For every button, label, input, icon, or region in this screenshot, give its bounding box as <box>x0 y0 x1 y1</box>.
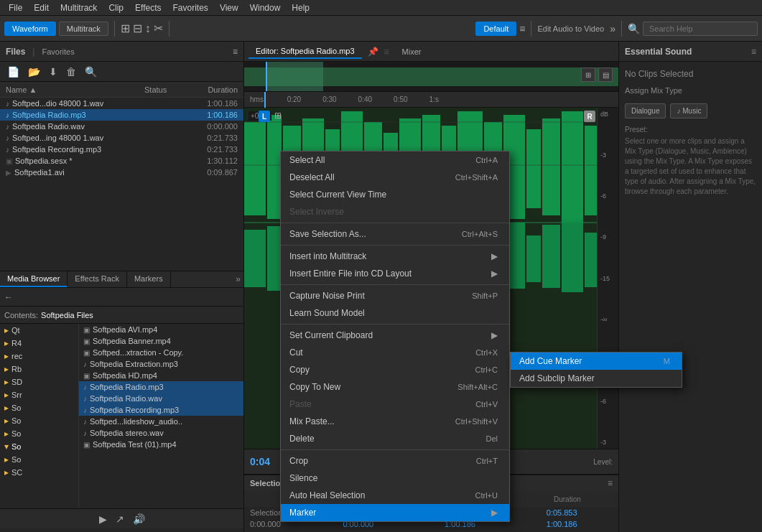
ctx-save-selection[interactable]: Save Selection As... Ctrl+Alt+S <box>281 225 509 243</box>
new-file-button[interactable]: 📄 <box>4 65 22 79</box>
ctx-insert-multitrack[interactable]: Insert into Multitrack ▶ <box>281 248 509 265</box>
zoom-in-icon[interactable]: ⊞ <box>121 22 130 35</box>
folder-item[interactable]: ▸So <box>0 401 78 414</box>
file-row[interactable]: ♪ Softpedia Recording.mp3 0:21.733 <box>0 144 243 155</box>
zoom-fit-button[interactable]: ⊞ <box>581 67 595 82</box>
menu-multitrack[interactable]: Multitrack <box>55 1 103 14</box>
select-tool-icon[interactable]: ↕ <box>145 22 151 35</box>
ctx-delete[interactable]: Delete Del <box>281 430 509 447</box>
ctx-cut-shortcut: Ctrl+X <box>475 348 498 357</box>
essential-menu-icon[interactable]: ≡ <box>751 47 756 57</box>
ctx-select-all[interactable]: Select All Ctrl+A <box>281 151 509 169</box>
media-browser-tab[interactable]: Media Browser <box>0 271 68 287</box>
sub-add-cue-marker[interactable]: Add Cue Marker M <box>511 353 682 370</box>
markers-tab[interactable]: Markers <box>127 271 171 287</box>
browser-back-button[interactable]: ← <box>4 292 13 302</box>
l-marker[interactable]: L <box>259 111 270 122</box>
ctx-crop[interactable]: Crop Ctrl+T <box>281 452 509 470</box>
ctx-silence[interactable]: Silence <box>281 470 509 487</box>
ctx-learn-sound[interactable]: Learn Sound Model <box>281 304 509 322</box>
edit-audio-expand-icon[interactable]: » <box>610 23 615 34</box>
r-marker[interactable]: R <box>584 111 595 122</box>
browser-file-item[interactable]: ♪Softped...lideshow_audio.. <box>79 416 243 427</box>
music-type-button[interactable]: ♪ Music <box>670 103 707 118</box>
folder-item[interactable]: ▸So <box>0 414 78 427</box>
ctx-copy-to-new[interactable]: Copy To New Shift+Alt+C <box>281 378 509 396</box>
mixer-tab[interactable]: Mixer <box>395 45 429 58</box>
browser-file-item[interactable]: ▣Softpedia Test (01).mp4 <box>79 439 243 450</box>
menu-help[interactable]: Help <box>286 1 315 14</box>
folder-item[interactable]: ▸SD <box>0 375 78 388</box>
browser-file-item[interactable]: ▣Softped...xtraction - Copy. <box>79 347 243 358</box>
menu-favorites[interactable]: Favorites <box>167 1 214 14</box>
search-files-button[interactable]: 🔍 <box>82 65 100 79</box>
ctx-mix-paste[interactable]: Mix Paste... Ctrl+Shift+V <box>281 413 509 430</box>
preset-menu-icon[interactable]: ≡ <box>519 23 525 34</box>
file-row[interactable]: ♪ Softpedia Radio.mp3 1:00.186 <box>0 109 243 121</box>
browser-file-item[interactable]: ♪Softpedia Radio.wav <box>79 393 243 404</box>
ctx-insert-cd[interactable]: Insert Entire File into CD Layout ▶ <box>281 265 509 282</box>
file-row[interactable]: ▣ Softpedia.sesx * 1:30.112 <box>0 155 243 167</box>
ctx-cut[interactable]: Cut Ctrl+X <box>281 344 509 361</box>
browser-play-button[interactable]: ▶ <box>99 513 107 525</box>
folder-item[interactable]: ▸So <box>0 427 78 440</box>
menu-file[interactable]: File <box>3 1 28 14</box>
ctx-capture-noise[interactable]: Capture Noise Print Shift+P <box>281 287 509 304</box>
folder-item[interactable]: ▸R4 <box>0 337 78 350</box>
file-row[interactable]: ♪ Softped...ing 48000 1.wav 0:21.733 <box>0 132 243 144</box>
browser-file-item[interactable]: ♪Softpedia stereo.wav <box>79 427 243 439</box>
ctx-auto-heal[interactable]: Auto Heal Selection Ctrl+U <box>281 487 509 504</box>
folder-item[interactable]: ▸Srr <box>0 388 78 401</box>
folder-item[interactable]: ▸Qt <box>0 324 78 337</box>
menu-window[interactable]: Window <box>244 1 287 14</box>
multitrack-mode-button[interactable]: Multitrack <box>59 22 108 36</box>
browser-file-item[interactable]: ▣Softpedia AVI.mp4 <box>79 324 243 335</box>
folder-item[interactable]: ▸So <box>0 453 78 466</box>
browser-file-item[interactable]: ♪Softpedia Extraction.mp3 <box>79 358 243 370</box>
editor-tab-waveform[interactable]: Editor: Softpedia Radio.mp3 <box>248 45 362 59</box>
menu-view[interactable]: View <box>214 1 244 14</box>
editor-tab-close-icon[interactable]: ≡ <box>384 47 389 57</box>
browser-file-item[interactable]: ▣Softpedia Banner.mp4 <box>79 335 243 347</box>
overview-settings-button[interactable]: ▤ <box>598 67 613 82</box>
browser-volume-button[interactable]: 🔊 <box>133 513 145 525</box>
svg-rect-3 <box>266 62 267 92</box>
expand-button[interactable]: ⊞ <box>274 111 282 121</box>
razor-tool-icon[interactable]: ✂ <box>154 22 163 35</box>
browser-export-button[interactable]: ↗ <box>116 513 124 525</box>
file-row[interactable]: ▶ Softpedia1.avi 0:09.867 <box>0 167 243 178</box>
ctx-set-clipboard[interactable]: Set Current Clipboard ▶ <box>281 327 509 344</box>
browser-file-item[interactable]: ♪Softpedia Recording.mp3 <box>79 404 243 416</box>
sel-view-menu-icon[interactable]: ≡ <box>608 478 613 488</box>
effects-rack-tab[interactable]: Effects Rack <box>68 271 127 287</box>
files-panel-menu-icon[interactable]: ≡ <box>233 47 238 57</box>
menu-effects[interactable]: Effects <box>129 1 167 14</box>
waveform-mode-button[interactable]: Waveform <box>4 22 56 36</box>
favorites-label[interactable]: Favorites <box>42 47 74 56</box>
waveform-overview[interactable]: ⊞ ▤ <box>244 62 618 92</box>
ctx-marker[interactable]: Marker ▶ <box>281 504 509 521</box>
browser-path: Contents: Softpedia Files <box>0 307 243 324</box>
menu-clip[interactable]: Clip <box>103 1 129 14</box>
folder-item[interactable]: ▸Rb <box>0 363 78 375</box>
dialogue-type-button[interactable]: Dialogue <box>625 103 666 118</box>
panel-expand-icon[interactable]: » <box>233 271 243 287</box>
file-row[interactable]: ♪ Softped...dio 48000 1.wav 1:00.186 <box>0 98 243 109</box>
menu-edit[interactable]: Edit <box>28 1 55 14</box>
zoom-out-icon[interactable]: ⊟ <box>133 22 142 35</box>
ctx-select-current-view[interactable]: Select Current View Time <box>281 186 509 203</box>
folder-item[interactable]: ▾So <box>0 440 78 453</box>
ctx-deselect-all[interactable]: Deselect All Ctrl+Shift+A <box>281 169 509 186</box>
delete-file-button[interactable]: 🗑 <box>63 65 79 79</box>
folder-item[interactable]: ▸SC <box>0 466 78 479</box>
default-preset-button[interactable]: Default <box>475 22 516 36</box>
browser-file-item[interactable]: ♪Softpedia Radio.mp3 <box>79 381 243 393</box>
folder-item[interactable]: ▸rec <box>0 350 78 363</box>
sub-add-subclip-marker[interactable]: Add Subclip Marker <box>511 370 682 387</box>
import-file-button[interactable]: ⬇ <box>46 65 60 79</box>
search-input[interactable] <box>643 22 758 36</box>
browser-file-item[interactable]: ▣Softpedia HD.mp4 <box>79 370 243 381</box>
ctx-copy[interactable]: Copy Ctrl+C <box>281 361 509 378</box>
file-row[interactable]: ♪ Softpedia Radio.wav 0:00.000 <box>0 121 243 132</box>
open-file-button[interactable]: 📂 <box>25 65 43 79</box>
